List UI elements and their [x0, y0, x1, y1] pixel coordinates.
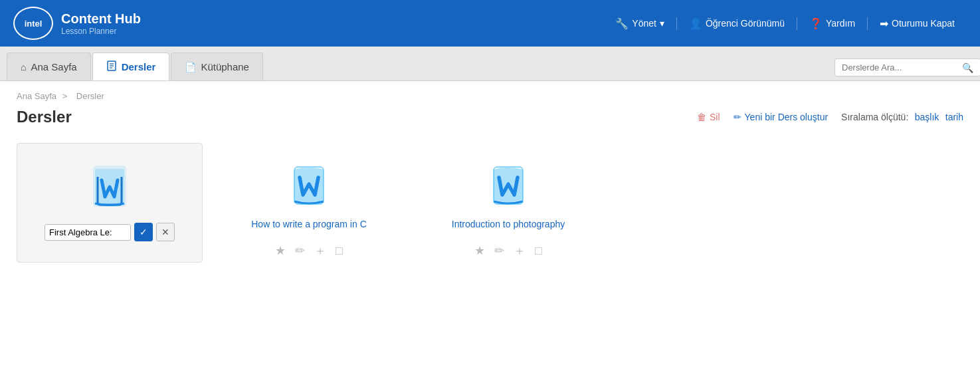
lesson-1-confirm-button[interactable]: ✓: [134, 223, 153, 241]
breadcrumb-current: Dersler: [76, 91, 104, 101]
tab-dersler-label: Dersler: [122, 61, 156, 72]
new-lesson-edit-icon: ✏: [734, 112, 741, 122]
nav-oturum-kapat[interactable]: ➡ Oturumu Kapat: [868, 17, 967, 30]
nav-yonet[interactable]: 🔧 Yönet ▾: [603, 17, 677, 30]
nav-oturum-label: Oturumu Kapat: [892, 18, 955, 29]
delete-button[interactable]: 🗑 Sil: [697, 112, 720, 122]
search-input[interactable]: [834, 59, 980, 76]
header-nav: 🔧 Yönet ▾ 👤 Öğrenci Görünümü ❓ Yardım ➡ …: [603, 17, 967, 30]
logo-area: intel Content Hub Lesson Planner: [13, 7, 141, 40]
trash-icon: 🗑: [697, 112, 706, 122]
lesson-3-icon: [482, 163, 535, 219]
nav-ogrenci-label: Öğrenci Görünümü: [706, 18, 785, 29]
lesson-2-add-icon[interactable]: ＋: [314, 243, 326, 259]
breadcrumb-home[interactable]: Ana Sayfa: [17, 91, 56, 101]
nav-yardim-label: Yardım: [826, 18, 855, 29]
lesson-2-edit-icon[interactable]: ✏: [295, 243, 305, 258]
dersler-icon: [106, 61, 117, 73]
lesson-1-cancel-button[interactable]: ✕: [156, 223, 175, 241]
brand-title: Content Hub: [61, 11, 141, 27]
chevron-down-icon: ▾: [660, 18, 664, 29]
delete-label: Sil: [710, 112, 720, 122]
lesson-card-1: ✓ ✕: [17, 143, 203, 263]
question-icon: ❓: [809, 17, 823, 30]
title-row: Dersler 🗑 Sil ✏ Yeni bir Ders oluştur Sı…: [17, 108, 963, 126]
tab-kutuphane[interactable]: 📄 Kütüphane: [171, 53, 263, 80]
sort-title-link[interactable]: başlık: [915, 112, 939, 122]
header: intel Content Hub Lesson Planner 🔧 Yönet…: [0, 0, 980, 47]
lesson-1-icon: [83, 164, 136, 219]
intel-logo: intel: [13, 7, 53, 40]
sort-controls: Sıralama ölçütü: başlık tarih: [841, 111, 963, 123]
lesson-2-icon: [282, 163, 336, 219]
tab-kutuphane-label: Kütüphane: [201, 61, 249, 72]
lesson-3-checkbox-icon[interactable]: □: [535, 244, 542, 258]
main-content: Ana Sayfa > Dersler Dersler 🗑 Sil ✏ Yeni…: [0, 81, 980, 373]
tab-ana-sayfa-label: Ana Sayfa: [31, 61, 76, 72]
brand: Content Hub Lesson Planner: [61, 11, 141, 36]
new-lesson-label: Yeni bir Ders oluştur: [745, 112, 829, 122]
wrench-icon: 🔧: [615, 17, 629, 30]
lesson-2-star-icon[interactable]: ★: [275, 243, 286, 258]
logout-icon: ➡: [880, 17, 888, 30]
breadcrumb: Ana Sayfa > Dersler: [17, 91, 963, 101]
new-lesson-button[interactable]: ✏ Yeni bir Ders oluştur: [734, 112, 829, 122]
page-title: Dersler: [17, 108, 72, 126]
lesson-1-edit-row: ✓ ✕: [45, 223, 175, 241]
library-icon: 📄: [185, 62, 196, 72]
lesson-3-edit-icon[interactable]: ✏: [494, 243, 504, 258]
lesson-2-title[interactable]: How to write a program in C: [251, 219, 367, 229]
home-icon: ⌂: [21, 62, 26, 72]
breadcrumb-separator: >: [62, 91, 70, 101]
person-icon: 👤: [689, 17, 702, 30]
lesson-card-3: Introduction to photography ★ ✏ ＋ □: [415, 143, 601, 272]
nav-yonet-label: Yönet: [632, 18, 656, 29]
lesson-3-title[interactable]: Introduction to photography: [452, 219, 565, 229]
search-box: 🔍: [834, 59, 973, 76]
tabbar: ⌂ Ana Sayfa Dersler 📄 Kütüphane 🔍: [0, 47, 980, 81]
nav-yardim[interactable]: ❓ Yardım: [797, 17, 868, 30]
lesson-3-star-icon[interactable]: ★: [474, 243, 485, 258]
tab-ana-sayfa[interactable]: ⌂ Ana Sayfa: [7, 53, 91, 80]
lesson-2-actions: ★ ✏ ＋ □: [275, 243, 343, 259]
lesson-3-add-icon[interactable]: ＋: [514, 243, 526, 259]
lesson-card-2: How to write a program in C ★ ✏ ＋ □: [216, 143, 402, 272]
sort-label: Sıralama ölçütü:: [841, 112, 908, 122]
search-button[interactable]: 🔍: [962, 62, 973, 73]
lessons-grid: ✓ ✕ How to write a program in C ★ ✏ ＋: [17, 143, 963, 272]
lesson-3-actions: ★ ✏ ＋ □: [474, 243, 542, 259]
brand-subtitle: Lesson Planner: [61, 27, 141, 36]
sort-date-link[interactable]: tarih: [945, 112, 963, 122]
title-actions: 🗑 Sil ✏ Yeni bir Ders oluştur Sıralama ö…: [697, 111, 963, 123]
lesson-1-title-input[interactable]: [45, 224, 131, 241]
lesson-2-checkbox-icon[interactable]: □: [336, 244, 343, 258]
tab-dersler[interactable]: Dersler: [92, 53, 170, 80]
nav-ogrenci[interactable]: 👤 Öğrenci Görünümü: [677, 17, 797, 30]
